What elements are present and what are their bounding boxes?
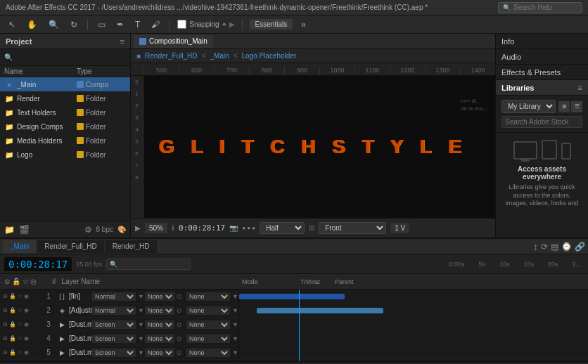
trkmat-select-3[interactable]: None (145, 334, 174, 343)
toolbar-rect-tool[interactable]: ▭ (95, 18, 108, 31)
toolbar-expand-icon[interactable]: » (298, 18, 309, 31)
layer-shy-0[interactable]: ☆ (18, 293, 23, 299)
project-item-1[interactable]: 📁RenderFolder (0, 91, 130, 105)
toolbar-pen-tool[interactable]: ✒ (114, 18, 127, 31)
toolbar-rotate-tool[interactable]: ↻ (68, 18, 80, 31)
comp-tab-0[interactable]: Composition_Main (134, 35, 213, 48)
trkmat-select-1[interactable]: None (145, 306, 174, 315)
zoom-control[interactable]: 50% (145, 223, 167, 233)
project-item-4[interactable]: 📁Media HoldersFolder (0, 134, 130, 148)
layer-vis-3[interactable]: ◉ (24, 335, 29, 342)
timeline-tab-render-full[interactable]: Render_Full_HD (37, 240, 103, 253)
effects-presets-panel-item[interactable]: Effects & Presets (496, 65, 588, 80)
library-search-input[interactable] (501, 116, 582, 128)
layer-expand-0[interactable]: ▼ (232, 293, 238, 300)
layer-lock-1[interactable]: 🔒 (9, 307, 16, 313)
snapping-control[interactable]: Snapping ⌖ ▶ (177, 20, 234, 29)
toolbar-brush-tool[interactable]: 🖌 (148, 18, 162, 31)
timeline-ctrl-2[interactable]: ⟳ (541, 242, 548, 252)
search-help-bar[interactable]: 🔍 (498, 2, 582, 13)
layer-row-2[interactable]: ⊙ 🔒 ☆ ◉ 3 ▶ [Dust.mov] Screen ▼ None ⊙ N… (0, 318, 238, 332)
parent-select-4[interactable]: None (186, 349, 230, 357)
toolbar-text-tool[interactable]: T (132, 18, 143, 31)
breadcrumb-logo[interactable]: Logo Placeholder (241, 52, 296, 60)
layer-row-1[interactable]: ⊙ 🔒 ☆ ◉ 2 ◈ [Adjustment Layer 36] Normal… (0, 304, 238, 318)
layer-lock-4[interactable]: 🔒 (9, 349, 16, 356)
mode-select-4[interactable]: Screen (92, 349, 136, 357)
parent-select-0[interactable]: None (186, 292, 230, 301)
mode-select-1[interactable]: Normal (92, 306, 136, 315)
layer-shy-3[interactable]: ☆ (18, 335, 23, 342)
parent-select-3[interactable]: None (186, 334, 230, 343)
mode-select-3[interactable]: Screen (92, 334, 136, 343)
project-item-2[interactable]: 📁Text HoldersFolder (0, 105, 130, 119)
comp-viewport[interactable]: 012345678 G L I T C H S T Y L E <x> di..… (131, 76, 495, 218)
layer-name-4[interactable]: [Dust.mov] (69, 349, 92, 356)
layer-expand-2[interactable]: ▼ (232, 321, 238, 328)
layer-shy-2[interactable]: ☆ (18, 321, 23, 327)
layer-vis-1[interactable]: ◉ (24, 307, 29, 313)
layer-solo-1[interactable]: ⊙ (3, 307, 8, 313)
layer-name-1[interactable]: [Adjustment Layer 36] (69, 306, 92, 314)
project-menu-icon[interactable]: ≡ (120, 37, 124, 46)
parent-select-2[interactable]: None (186, 320, 230, 329)
search-help-input[interactable] (513, 4, 570, 11)
timeline-ctrl-1[interactable]: ↕ (533, 241, 538, 252)
layer-vis-4[interactable]: ◉ (24, 349, 29, 356)
layer-name-2[interactable]: [Dust.mov] (69, 320, 92, 328)
grid-view-btn[interactable]: ⊞ (558, 101, 570, 112)
layer-name-3[interactable]: [Dust.mov] (69, 334, 92, 342)
layer-lock-3[interactable]: 🔒 (9, 335, 16, 342)
trkmat-select-2[interactable]: None (145, 320, 174, 329)
new-folder-btn[interactable]: 📁 (4, 225, 15, 235)
snapping-checkbox[interactable] (177, 20, 186, 29)
list-view-btn[interactable]: ☰ (571, 101, 582, 112)
toolbar-zoom-tool[interactable]: 🔍 (46, 18, 62, 31)
layer-solo-4[interactable]: ⊙ (3, 349, 8, 356)
layer-expand-3[interactable]: ▼ (232, 335, 238, 342)
project-item-5[interactable]: 📁LogoFolder (0, 148, 130, 162)
timeline-timecode[interactable]: 0:00:28:17 (4, 257, 72, 271)
info-panel-item[interactable]: Info (496, 34, 588, 49)
project-settings-btn[interactable]: ⚙ (84, 225, 92, 235)
mode-select-0[interactable]: Normal (92, 292, 136, 301)
project-item-0[interactable]: ■_MainCompo (0, 77, 130, 91)
layer-lock-0[interactable]: 🔒 (9, 293, 16, 299)
timeline-ctrl-5[interactable]: 🔗 (575, 242, 585, 252)
new-comp-btn[interactable]: 🎬 (19, 225, 30, 235)
layer-solo-0[interactable]: ⊙ (3, 293, 8, 299)
timeline-ctrl-3[interactable]: ▤ (551, 242, 558, 252)
breadcrumb-main[interactable]: _Main (210, 52, 229, 60)
breadcrumb-render[interactable]: Render_Full_HD (145, 52, 197, 60)
mode-select-2[interactable]: Screen (92, 320, 136, 329)
layer-vis-0[interactable]: ◉ (24, 293, 29, 299)
layer-solo-2[interactable]: ⊙ (3, 321, 8, 327)
layer-lock-2[interactable]: 🔒 (9, 321, 16, 327)
toolbar-select-tool[interactable]: ↖ (6, 18, 18, 31)
timeline-tab-main[interactable]: _Main (3, 240, 36, 253)
view-select[interactable]: Front Active Camera Left Top (319, 222, 386, 234)
audio-panel-item[interactable]: Audio (496, 49, 588, 65)
layer-solo-3[interactable]: ⊙ (3, 335, 8, 342)
layer-row-0[interactable]: ⊙ 🔒 ☆ ◉ 1 [ ] [fin] Normal ▼ None ⊙ None… (0, 290, 238, 304)
comp-preview-btn[interactable]: ▶ (135, 224, 141, 232)
layer-shy-1[interactable]: ☆ (18, 307, 23, 313)
libraries-menu-icon[interactable]: ≡ (577, 83, 582, 93)
layer-vis-2[interactable]: ◉ (24, 321, 29, 327)
layer-expand-1[interactable]: ▼ (232, 307, 238, 314)
layer-row-3[interactable]: ⊙ 🔒 ☆ ◉ 4 ▶ [Dust.mov] Screen ▼ None ⊙ N… (0, 332, 238, 346)
essentials-button[interactable]: Essentials (250, 19, 293, 30)
parent-select-1[interactable]: None (186, 306, 230, 315)
timeline-search[interactable]: 🔍 (106, 259, 191, 270)
layer-expand-4[interactable]: ▼ (232, 349, 238, 356)
quality-select[interactable]: Half Full Third Quarter (260, 222, 305, 234)
layer-name-0[interactable]: [fin] (69, 292, 92, 300)
layer-row-4[interactable]: ⊙ 🔒 ☆ ◉ 5 ▶ [Dust.mov] Screen ▼ None ⊙ N… (0, 346, 238, 360)
project-item-3[interactable]: 📁Design CompsFolder (0, 119, 130, 134)
library-dropdown[interactable]: My Library (501, 100, 556, 113)
toolbar-hand-tool[interactable]: ✋ (24, 18, 40, 31)
layer-shy-4[interactable]: ☆ (18, 349, 23, 356)
timeline-tab-render-hd[interactable]: Render_HD (106, 240, 157, 253)
project-search-bar[interactable]: 🔍 (0, 49, 130, 66)
project-search-input[interactable] (15, 52, 126, 63)
